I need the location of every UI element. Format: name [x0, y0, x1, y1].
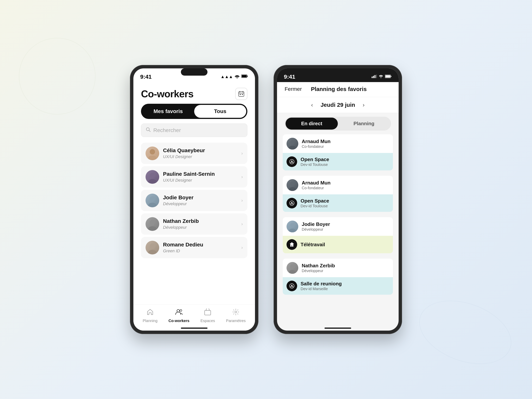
contact-info-nathan: Nathan Zerbib Développeur [163, 218, 238, 230]
chevron-icon: › [241, 151, 243, 156]
svg-point-12 [150, 149, 155, 154]
nav-coworkers[interactable]: Co-workers [169, 309, 190, 323]
svg-rect-29 [376, 75, 377, 78]
person-name: Nathan Zerbib [302, 263, 335, 269]
svg-point-35 [289, 146, 296, 150]
svg-point-44 [290, 223, 295, 228]
chevron-icon: › [241, 245, 243, 250]
contact-item-pauline[interactable]: Pauline Saint-Sernin UX/UI Designer › [141, 166, 247, 188]
location-info-2: Open Space Dev-id Toulouse [301, 198, 329, 208]
chevron-icon: › [241, 198, 243, 203]
svg-rect-32 [391, 76, 391, 77]
nav-planning[interactable]: Planning [143, 309, 158, 323]
location-name: Open Space [301, 198, 329, 204]
contact-info-celie: Célia Quaeybeur UX/UI Designer [163, 147, 238, 159]
svg-point-34 [290, 140, 295, 145]
svg-point-38 [291, 161, 292, 162]
home-icon [147, 309, 153, 317]
phone-planning: 9:41 Fermer Planning des favoris ‹ J [274, 65, 402, 334]
close-button[interactable]: Fermer [285, 86, 302, 92]
location-openspace-2[interactable]: Open Space Dev-id Toulouse [283, 194, 393, 212]
location-sub: Dev-id Toulouse [301, 204, 329, 208]
contact-item-jodie[interactable]: Jodie Boyer Développeur › [141, 190, 247, 211]
group-jodie: Jodie Boyer Développeur Télétravail [283, 217, 393, 256]
tab-en-direct[interactable]: En direct [285, 118, 338, 130]
nav-parametres[interactable]: Paramètres [226, 309, 246, 323]
tab-bar-1: Mes favoris Tous [141, 104, 247, 119]
svg-point-25 [235, 311, 237, 313]
tab-planning[interactable]: Planning [338, 118, 390, 130]
avatar-arnaud2 [286, 179, 298, 191]
screen-content-1: Co-workers Mes favoris Tous Rechercher [133, 82, 255, 331]
location-icon-2 [286, 198, 297, 209]
location-icon-4 [286, 281, 297, 291]
location-icon-3 [286, 239, 297, 250]
contact-role: Green ID [163, 248, 238, 253]
battery-icon [241, 74, 248, 79]
next-date-button[interactable]: › [363, 102, 365, 108]
signal-icon-2 [372, 74, 377, 79]
person-row-arnaud1[interactable]: Arnaud Mun Co-fondateur [283, 134, 393, 153]
p2-title: Planning des favoris [305, 86, 372, 92]
svg-point-13 [148, 156, 157, 160]
contact-list: Célia Quaeybeur UX/UI Designer › Pauline… [133, 143, 255, 258]
svg-point-23 [180, 310, 182, 311]
person-name: Arnaud Mun [302, 180, 331, 186]
location-name: Salle de reuniong [301, 281, 342, 287]
svg-rect-3 [242, 75, 247, 77]
settings-icon [232, 309, 239, 317]
calendar-button[interactable] [235, 88, 247, 100]
nav-parametres-label: Paramètres [226, 319, 246, 323]
contact-role: UX/UI Designer [163, 154, 238, 159]
person-row-nathan2[interactable]: Nathan Zerbib Développeur [283, 259, 393, 277]
person-role: Co-fondateur [302, 144, 331, 149]
home-indicator-1 [181, 328, 208, 329]
contact-item-celie[interactable]: Célia Quaeybeur UX/UI Designer › [141, 143, 247, 164]
contact-role: Développeur [163, 225, 238, 230]
avatar-jodie2 [286, 221, 298, 232]
group-arnaud-2: Arnaud Mun Co-fondateur Open Space Dev-i… [283, 176, 393, 215]
location-info-3: Télétravail [301, 242, 325, 247]
location-teletravail[interactable]: Télétravail [283, 236, 393, 253]
location-salle-reunion[interactable]: Salle de reuniong Dev-id Marseille [283, 277, 393, 295]
battery-icon-2 [385, 74, 392, 79]
avatar-nathan [146, 217, 159, 231]
svg-point-46 [290, 264, 295, 269]
svg-rect-4 [239, 92, 244, 96]
dynamic-island [181, 68, 208, 76]
group-nathan: Nathan Zerbib Développeur Salle de reuni… [283, 259, 393, 297]
location-openspace-1[interactable]: Open Space Dev-id Toulouse [283, 153, 393, 171]
svg-point-50 [291, 285, 292, 286]
nav-coworkers-label: Co-workers [169, 319, 190, 323]
person-name: Jodie Boyer [302, 221, 330, 227]
svg-point-17 [148, 203, 157, 207]
tab-tous[interactable]: Tous [194, 105, 246, 118]
contact-name: Célia Quaeybeur [163, 147, 238, 153]
status-icons-1: ▲▲▲ [221, 74, 248, 79]
search-placeholder: Rechercher [153, 127, 181, 133]
svg-point-0 [237, 77, 238, 78]
person-info-arnaud1: Arnaud Mun Co-fondateur [302, 139, 331, 149]
tab-mes-favoris[interactable]: Mes favoris [142, 105, 194, 118]
location-sub: Dev-id Toulouse [301, 162, 329, 167]
person-row-jodie2[interactable]: Jodie Boyer Développeur [283, 217, 393, 236]
prev-date-button[interactable]: ‹ [311, 102, 313, 108]
svg-rect-24 [205, 310, 211, 315]
person-row-arnaud2[interactable]: Arnaud Mun Co-fondateur [283, 176, 393, 194]
avatar-jodie [146, 194, 159, 207]
page-title: Co-workers [141, 88, 193, 100]
svg-point-15 [148, 179, 157, 184]
group-arnaud-1: Arnaud Mun Co-fondateur Open Space Dev-i… [283, 134, 393, 173]
current-date: Jeudi 29 juin [321, 102, 355, 108]
svg-rect-9 [242, 94, 243, 95]
svg-rect-2 [247, 76, 248, 77]
search-bar[interactable]: Rechercher [141, 124, 247, 137]
contact-item-romane[interactable]: Romane Dedieu Green ID › [141, 237, 247, 258]
chevron-icon: › [241, 174, 243, 180]
contact-item-nathan[interactable]: Nathan Zerbib Développeur › [141, 213, 247, 235]
svg-rect-26 [372, 76, 373, 78]
contact-name: Romane Dedieu [163, 242, 238, 248]
bottom-nav: Planning Co-workers Espaces Paramètres [133, 304, 255, 331]
nav-espaces[interactable]: Espaces [200, 309, 215, 323]
person-info-arnaud2: Arnaud Mun Co-fondateur [302, 180, 331, 190]
